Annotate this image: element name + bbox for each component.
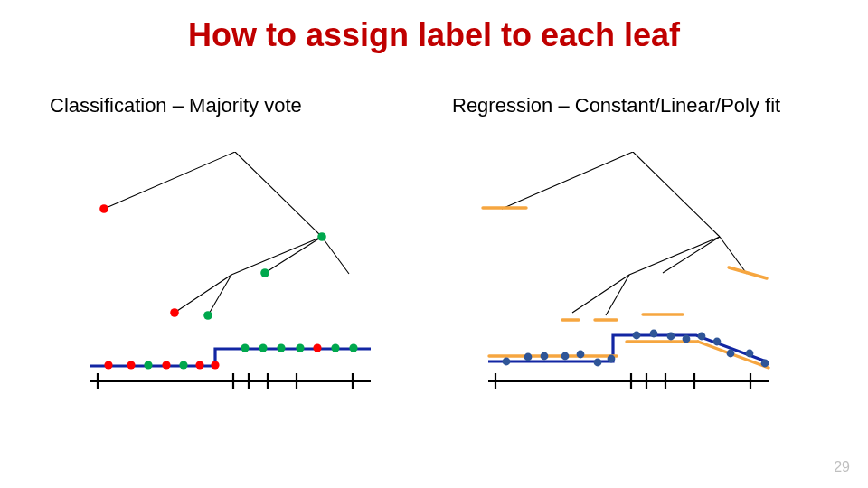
subtitle-regression: Regression – Constant/Linear/Poly fit xyxy=(452,94,780,117)
svg-point-18 xyxy=(211,361,219,369)
svg-point-49 xyxy=(524,353,533,361)
svg-point-55 xyxy=(633,332,641,340)
svg-point-10 xyxy=(170,308,179,317)
svg-line-3 xyxy=(175,275,231,313)
svg-point-23 xyxy=(313,343,321,352)
svg-point-60 xyxy=(713,338,722,346)
svg-point-9 xyxy=(260,268,269,277)
subtitle-classification: Classification – Majority vote xyxy=(50,94,302,117)
svg-point-24 xyxy=(331,343,339,352)
svg-line-33 xyxy=(502,152,633,209)
svg-point-19 xyxy=(241,343,249,352)
svg-point-25 xyxy=(349,343,357,352)
svg-line-41 xyxy=(729,267,767,278)
svg-point-12 xyxy=(104,361,112,369)
svg-point-7 xyxy=(99,204,108,213)
svg-point-58 xyxy=(683,335,691,343)
svg-point-21 xyxy=(277,343,285,352)
svg-line-2 xyxy=(231,237,322,275)
svg-line-5 xyxy=(265,237,322,273)
svg-line-4 xyxy=(208,275,231,315)
svg-point-52 xyxy=(577,351,585,359)
diagram-left xyxy=(81,152,389,414)
svg-point-54 xyxy=(608,355,616,363)
svg-point-59 xyxy=(698,333,706,341)
svg-point-20 xyxy=(259,343,267,352)
svg-line-38 xyxy=(663,237,720,273)
svg-line-6 xyxy=(322,237,349,274)
svg-point-48 xyxy=(503,358,511,366)
svg-line-1 xyxy=(235,152,322,237)
svg-line-0 xyxy=(104,152,235,209)
svg-point-11 xyxy=(203,311,212,320)
svg-point-8 xyxy=(317,232,326,241)
svg-point-13 xyxy=(127,361,135,369)
diagram-right xyxy=(479,152,805,414)
svg-point-57 xyxy=(667,333,675,341)
svg-point-17 xyxy=(195,361,203,369)
svg-point-63 xyxy=(761,360,769,368)
svg-line-36 xyxy=(572,275,629,313)
svg-point-61 xyxy=(727,350,735,358)
svg-line-34 xyxy=(633,152,720,237)
svg-point-14 xyxy=(144,361,152,369)
svg-point-22 xyxy=(296,343,304,352)
svg-point-56 xyxy=(650,330,658,338)
slide-title: How to assign label to each leaf xyxy=(0,16,868,54)
svg-point-16 xyxy=(179,361,187,369)
svg-point-62 xyxy=(746,350,754,358)
svg-point-50 xyxy=(541,352,549,361)
page-number: 29 xyxy=(834,459,850,475)
svg-point-51 xyxy=(561,352,570,361)
svg-point-15 xyxy=(162,361,170,369)
svg-line-37 xyxy=(606,275,629,315)
svg-point-53 xyxy=(594,359,602,367)
svg-line-35 xyxy=(629,237,720,275)
